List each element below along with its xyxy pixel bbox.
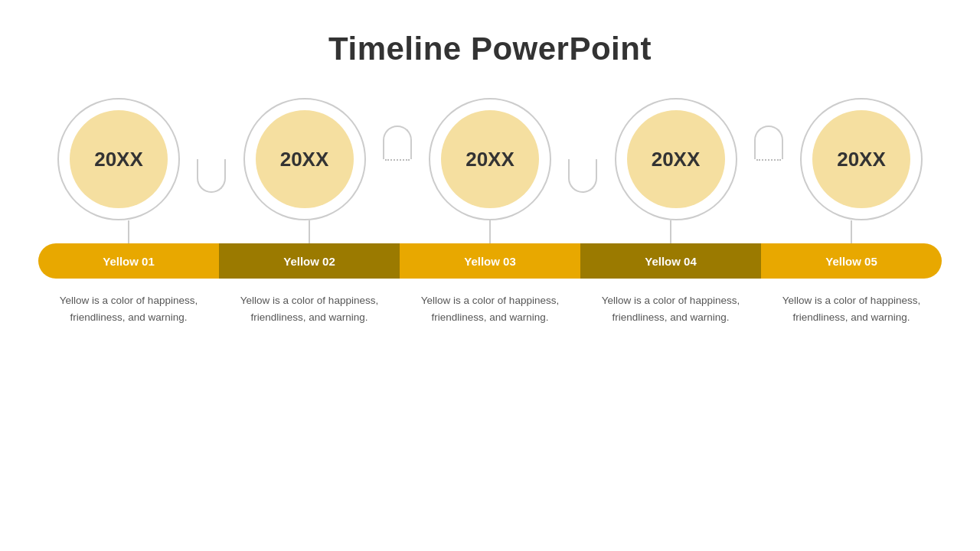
- desc-3: Yellow is a color of happiness, friendli…: [400, 292, 580, 325]
- bump-down-3: [568, 159, 597, 193]
- stems-row: [38, 220, 942, 243]
- stem-2: [309, 220, 310, 243]
- circle-outer-1: 20XX: [57, 98, 180, 220]
- slide-title: Timeline PowerPoint: [328, 31, 652, 67]
- dotted-line-4: [756, 159, 782, 161]
- bar-yellow-04: Yellow 04: [580, 243, 761, 279]
- desc-5: Yellow is a color of happiness, friendli…: [761, 292, 942, 325]
- circle-inner-4: 20XX: [627, 110, 725, 208]
- circle-item-4: 20XX: [596, 98, 756, 220]
- circle-year-5: 20XX: [837, 148, 886, 171]
- circle-year-1: 20XX: [94, 148, 143, 171]
- bar-yellow-05: Yellow 05: [761, 243, 942, 279]
- circle-outer-3: 20XX: [429, 98, 551, 220]
- circle-year-4: 20XX: [652, 148, 701, 171]
- circle-item-3: 20XX: [410, 98, 570, 220]
- stem-4: [670, 220, 671, 243]
- connector-1-2: [199, 98, 224, 220]
- circle-year-3: 20XX: [466, 148, 514, 171]
- circle-item-1: 20XX: [38, 98, 199, 220]
- bar-yellow-01: Yellow 01: [38, 243, 219, 279]
- circle-inner-1: 20XX: [70, 110, 168, 208]
- bump-up-4: [754, 126, 783, 159]
- connector-2-3: [385, 98, 410, 220]
- connector-4-5: [756, 98, 782, 220]
- circles-row: 20XX 20XX: [38, 98, 942, 220]
- circle-outer-5: 20XX: [800, 98, 923, 220]
- circle-outer-4: 20XX: [615, 98, 737, 220]
- bar-yellow-02: Yellow 02: [219, 243, 400, 279]
- stem-3: [489, 220, 491, 243]
- timeline-area: 20XX 20XX: [23, 98, 957, 528]
- circle-outer-2: 20XX: [243, 98, 366, 220]
- stem-5: [851, 220, 852, 243]
- connector-3-4: [570, 98, 596, 220]
- circle-inner-5: 20XX: [812, 110, 910, 208]
- dotted-line-2: [385, 159, 410, 161]
- slide: Timeline PowerPoint 20XX: [0, 0, 980, 551]
- circle-item-5: 20XX: [781, 98, 942, 220]
- desc-1: Yellow is a color of happiness, friendli…: [38, 292, 219, 325]
- bump-down-1: [197, 159, 226, 193]
- bar-yellow-03: Yellow 03: [400, 243, 580, 279]
- circle-inner-3: 20XX: [441, 110, 539, 208]
- desc-2: Yellow is a color of happiness, friendli…: [219, 292, 400, 325]
- circle-item-2: 20XX: [224, 98, 385, 220]
- bars-row: Yellow 01 Yellow 02 Yellow 03 Yellow 04 …: [38, 243, 942, 279]
- descriptions-row: Yellow is a color of happiness, friendli…: [38, 292, 942, 325]
- circle-inner-2: 20XX: [256, 110, 354, 208]
- bump-up-2: [383, 126, 412, 159]
- circle-year-2: 20XX: [280, 148, 329, 171]
- desc-4: Yellow is a color of happiness, friendli…: [580, 292, 761, 325]
- stem-1: [128, 220, 129, 243]
